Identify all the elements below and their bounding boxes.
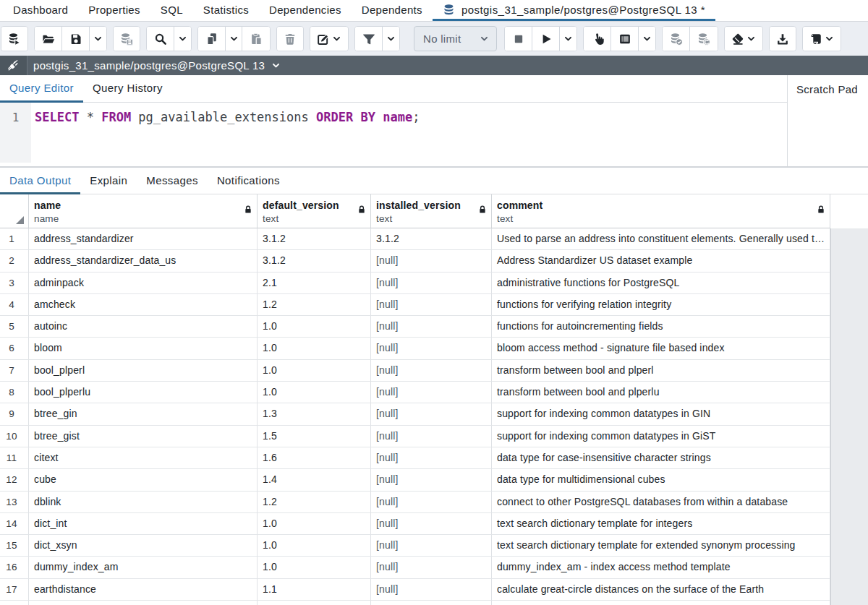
find-menu-button[interactable] — [174, 27, 191, 51]
cell-name[interactable]: address_standardizer — [29, 228, 258, 250]
cell-comment[interactable] — [492, 601, 830, 605]
cell-installed_version[interactable]: [null] — [371, 447, 492, 469]
cell-installed_version[interactable]: [null] — [371, 294, 492, 316]
cell-default_version[interactable]: 3.1.2 — [258, 250, 371, 272]
row-number[interactable]: 2 — [0, 250, 29, 272]
cell-name[interactable]: citext — [29, 447, 258, 469]
cell-name[interactable]: dblink — [29, 492, 258, 513]
cell-comment[interactable]: functions for autoincrementing fields — [492, 316, 830, 338]
cell-installed_version[interactable]: [null] — [371, 492, 492, 513]
save-file-button[interactable] — [62, 27, 90, 51]
connection-status-button[interactable] — [0, 56, 27, 75]
row-number[interactable]: 3 — [0, 273, 29, 294]
copy-button[interactable] — [198, 27, 226, 51]
cell-comment[interactable]: dummy_index_am - index access method tem… — [492, 557, 830, 578]
row-number[interactable]: 5 — [0, 316, 29, 338]
main-tab-properties[interactable]: Properties — [78, 0, 150, 21]
main-tab-query-tool[interactable]: postgis_31_sample/postgres@PostgreSQL 13… — [433, 0, 715, 21]
cell-comment[interactable]: data type for case-insensitive character… — [492, 447, 830, 469]
cell-comment[interactable]: text search dictionary template for inte… — [492, 513, 830, 535]
cell-installed_version[interactable]: [null] — [371, 535, 492, 557]
open-query-tool-button[interactable] — [1, 27, 27, 51]
cell-comment[interactable]: transform between bool and plperlu — [492, 382, 830, 403]
cell-comment[interactable]: text search dictionary template for exte… — [492, 535, 830, 557]
row-number[interactable]: 14 — [0, 513, 29, 535]
cell-comment[interactable]: connect to other PostgreSQL databases fr… — [492, 492, 830, 513]
cell-name[interactable]: address_standardizer_data_us — [29, 250, 258, 272]
explain-menu-button[interactable] — [639, 27, 655, 51]
row-number[interactable]: 15 — [0, 535, 29, 557]
cell-comment[interactable]: Address Standardizer US dataset example — [492, 250, 830, 272]
cell-default_version[interactable]: 1.3 — [258, 403, 371, 425]
cell-default_version[interactable]: 1.0 — [258, 382, 371, 403]
main-tab-dashboard[interactable]: Dashboard — [3, 0, 78, 21]
row-number[interactable]: 6 — [0, 338, 29, 359]
row-number[interactable]: 17 — [0, 579, 29, 601]
main-tab-dependents[interactable]: Dependents — [352, 0, 433, 21]
cell-comment[interactable]: functions for verifying relation integri… — [492, 294, 830, 316]
results-tab-messages[interactable]: Messages — [137, 168, 208, 194]
cell-default_version[interactable]: 1.0 — [258, 360, 371, 382]
clear-query-button[interactable] — [725, 27, 762, 51]
row-number-header[interactable] — [0, 194, 29, 228]
cell-default_version[interactable]: 1.0 — [258, 535, 371, 557]
execute-query-button[interactable] — [532, 27, 560, 51]
connection-dropdown[interactable] — [271, 61, 281, 70]
paste-button[interactable] — [242, 27, 270, 51]
cell-comment[interactable]: transform between bool and plperl — [492, 360, 830, 382]
cell-name[interactable]: earthdistance — [29, 579, 258, 601]
save-data-changes-button[interactable] — [114, 27, 140, 51]
cell-name[interactable]: bloom — [29, 338, 258, 359]
cell-comment[interactable]: data type for multidimensional cubes — [492, 469, 830, 491]
cell-comment[interactable]: support for indexing common datatypes in… — [492, 403, 830, 425]
cell-default_version[interactable]: 1.4 — [258, 469, 371, 491]
sql-editor[interactable]: 1 SELECT * FROM pg_available_extensions … — [0, 103, 787, 166]
cell-installed_version[interactable]: [null] — [371, 426, 492, 447]
cell-name[interactable] — [29, 601, 258, 605]
cell-installed_version[interactable]: [null] — [371, 250, 492, 272]
cell-installed_version[interactable]: [null] — [371, 273, 492, 294]
cell-default_version[interactable]: 1.0 — [258, 316, 371, 338]
row-number[interactable]: 9 — [0, 403, 29, 425]
cell-default_version[interactable]: 1.2 — [258, 492, 371, 513]
cell-installed_version[interactable]: [null] — [371, 360, 492, 382]
commit-button[interactable] — [663, 27, 690, 51]
results-tab-notifications[interactable]: Notifications — [208, 168, 289, 194]
download-csv-button[interactable] — [770, 27, 796, 51]
column-header-installed_version[interactable]: installed_versiontext — [371, 194, 492, 228]
cell-default_version[interactable]: 1.6 — [258, 447, 371, 469]
row-number[interactable]: 10 — [0, 426, 29, 447]
cell-name[interactable]: dict_int — [29, 513, 258, 535]
cell-default_version[interactable]: 1.5 — [258, 426, 371, 447]
cell-installed_version[interactable]: [null] — [371, 382, 492, 403]
cell-name[interactable]: dict_xsyn — [29, 535, 258, 557]
main-tab-statistics[interactable]: Statistics — [193, 0, 259, 21]
copy-menu-button[interactable] — [226, 27, 242, 51]
cell-name[interactable]: bool_plperlu — [29, 382, 258, 403]
column-header-default_version[interactable]: default_versiontext — [258, 194, 371, 228]
cell-name[interactable]: dummy_index_am — [29, 557, 258, 578]
macro-menu-button[interactable] — [803, 27, 841, 51]
row-number[interactable]: 16 — [0, 557, 29, 578]
cancel-query-button[interactable] — [505, 27, 532, 51]
select-all-triangle-icon[interactable] — [16, 216, 24, 224]
row-number[interactable] — [0, 601, 29, 605]
cell-comment[interactable]: Used to parse an address into constituen… — [492, 228, 830, 250]
cell-installed_version[interactable]: 3.1.2 — [371, 228, 492, 250]
delete-rows-button[interactable] — [277, 27, 303, 51]
cell-comment[interactable]: support for indexing common datatypes in… — [492, 426, 830, 447]
cell-installed_version[interactable]: [null] — [371, 579, 492, 601]
row-number[interactable]: 13 — [0, 492, 29, 513]
results-tab-data-output[interactable]: Data Output — [0, 168, 80, 194]
cell-name[interactable]: cube — [29, 469, 258, 491]
cell-comment[interactable]: calculate great-circle distances on the … — [492, 579, 830, 601]
row-number[interactable]: 11 — [0, 447, 29, 469]
save-file-menu-button[interactable] — [90, 27, 106, 51]
cell-default_version[interactable]: 2.1 — [258, 273, 371, 294]
cell-name[interactable]: amcheck — [29, 294, 258, 316]
editor-tab-query-history[interactable]: Query History — [83, 75, 172, 103]
cell-default_version[interactable]: 1.0 — [258, 513, 371, 535]
row-number[interactable]: 7 — [0, 360, 29, 382]
cell-name[interactable]: btree_gist — [29, 426, 258, 447]
row-limit-select[interactable]: No limit — [414, 26, 497, 51]
